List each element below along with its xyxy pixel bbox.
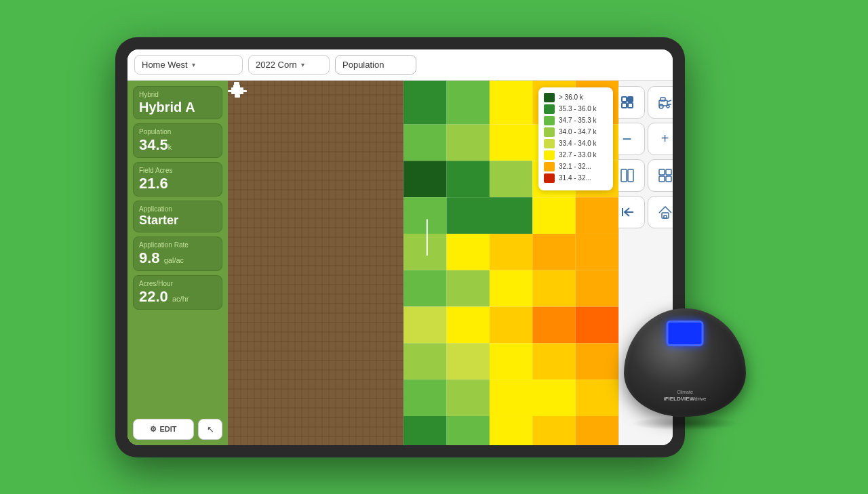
svg-rect-75 [664, 215, 667, 218]
population-card: Population 34.5k [133, 123, 222, 158]
acres-hour-value: 22.0 ac/hr [139, 289, 216, 305]
application-card: Application Starter [133, 201, 222, 232]
legend-item-5: 33.4 - 34.0 k [544, 139, 608, 148]
field-dropdown[interactable]: Home West ▾ [134, 55, 243, 75]
svg-rect-53 [228, 90, 232, 92]
controls-row-2: − + [610, 123, 673, 155]
svg-rect-20 [490, 233, 532, 270]
svg-rect-21 [532, 233, 575, 270]
svg-rect-52 [234, 82, 239, 85]
legend-item-7: 32.1 - 32... [544, 162, 608, 171]
legend: > 36.0 k 35.3 - 36.0 k 34.7 - 35.3 k [538, 87, 613, 190]
gear-icon: ⚙ [150, 425, 157, 434]
svg-rect-34 [447, 343, 490, 379]
field-dropdown-chevron: ▾ [192, 61, 195, 68]
top-bar: Home West ▾ 2022 Corn ▾ Population [127, 49, 673, 81]
field-acres-card: Field Acres 21.6 [133, 162, 222, 197]
hybrid-card: Hybrid Hybrid A [133, 86, 222, 119]
svg-rect-28 [403, 306, 446, 343]
map-area[interactable]: > 36.0 k 35.3 - 36.0 k 34.7 - 35.3 k [228, 81, 618, 445]
svg-rect-55 [235, 94, 240, 98]
svg-rect-35 [490, 343, 532, 379]
svg-rect-17 [576, 197, 618, 234]
svg-rect-67 [628, 169, 633, 182]
fieldview-drive-device: Climate iFIELDVIEWdrive [617, 308, 753, 444]
svg-rect-10 [447, 161, 490, 197]
left-sidebar: Hybrid Hybrid A Population 34.5k Field A… [127, 81, 228, 445]
tablet-frame: Home West ▾ 2022 Corn ▾ Population Hybri [115, 37, 685, 457]
svg-rect-68 [659, 169, 665, 175]
svg-rect-37 [576, 343, 618, 379]
grid-button[interactable] [648, 159, 673, 192]
year-dropdown-chevron: ▾ [301, 61, 304, 68]
svg-rect-25 [490, 270, 532, 306]
svg-rect-58 [622, 103, 627, 108]
svg-rect-44 [490, 415, 532, 445]
svg-rect-6 [447, 124, 490, 161]
svg-rect-33 [403, 343, 446, 379]
svg-rect-1 [447, 81, 490, 125]
bottom-buttons: ⚙ EDIT ↖ [133, 419, 222, 440]
svg-rect-31 [532, 306, 575, 343]
acres-hour-label: Acres/Hour [139, 280, 216, 287]
legend-item-4: 34.0 - 34.7 k [544, 127, 608, 137]
year-dropdown-label: 2022 Corn [256, 60, 297, 70]
svg-rect-43 [447, 415, 490, 445]
svg-point-62 [659, 104, 663, 108]
svg-rect-15 [447, 197, 533, 234]
app-rate-value: 9.8 gal/ac [139, 250, 216, 266]
legend-label-8: 31.4 - 32... [559, 174, 591, 182]
edit-button[interactable]: ⚙ EDIT [133, 419, 194, 440]
svg-rect-36 [532, 343, 575, 379]
svg-rect-9 [403, 161, 446, 197]
home-button[interactable] [648, 196, 673, 228]
legend-color-2 [544, 104, 555, 114]
legend-color-3 [544, 116, 555, 125]
arrow-nw-icon: ↖ [207, 424, 214, 434]
zoom-in-button[interactable]: + [648, 123, 673, 155]
app-rate-card: Application Rate 9.8 gal/ac [133, 236, 222, 271]
field-acres-value: 21.6 [139, 176, 216, 192]
legend-label-2: 35.3 - 36.0 k [559, 105, 597, 112]
svg-rect-2 [490, 81, 532, 125]
svg-rect-18 [403, 233, 446, 270]
layer-dropdown[interactable]: Population [335, 55, 416, 75]
svg-rect-39 [447, 379, 490, 416]
device-body: Climate iFIELDVIEWdrive [624, 308, 746, 417]
population-value: 34.5k [139, 137, 216, 153]
device-brand-text: Climate iFIELDVIEWdrive [663, 389, 706, 403]
svg-rect-23 [403, 270, 446, 306]
controls-row-4 [610, 196, 673, 228]
main-content: Hybrid Hybrid A Population 34.5k Field A… [127, 81, 673, 445]
svg-rect-59 [628, 103, 633, 108]
application-label: Application [139, 205, 216, 213]
svg-rect-22 [576, 233, 618, 270]
year-dropdown[interactable]: 2022 Corn ▾ [248, 55, 330, 75]
svg-rect-29 [447, 306, 490, 343]
field-dropdown-label: Home West [142, 60, 188, 70]
svg-rect-11 [490, 161, 532, 197]
svg-rect-26 [532, 270, 575, 306]
legend-label-5: 33.4 - 34.0 k [559, 140, 597, 147]
controls-row-1 [610, 86, 673, 119]
svg-point-63 [667, 105, 669, 108]
svg-rect-56 [622, 97, 627, 102]
legend-label-1: > 36.0 k [559, 94, 583, 101]
legend-color-4 [544, 127, 555, 137]
legend-item-1: > 36.0 k [544, 93, 608, 102]
legend-item-6: 32.7 - 33.0 k [544, 150, 608, 160]
svg-rect-69 [666, 169, 671, 175]
legend-color-8 [544, 173, 555, 183]
svg-rect-40 [490, 379, 576, 416]
legend-item-2: 35.3 - 36.0 k [544, 104, 608, 114]
tractor-view-button[interactable] [648, 86, 673, 119]
arrow-button[interactable]: ↖ [198, 419, 222, 440]
svg-rect-46 [576, 415, 618, 445]
device-name: iFIELDVIEWdrive [663, 395, 706, 403]
legend-label-7: 32.1 - 32... [559, 163, 591, 170]
device-shadow [631, 417, 739, 430]
hybrid-value: Hybrid A [139, 100, 216, 115]
legend-label-4: 34.0 - 34.7 k [559, 128, 597, 136]
legend-item-8: 31.4 - 32... [544, 173, 608, 183]
svg-rect-61 [660, 98, 665, 101]
